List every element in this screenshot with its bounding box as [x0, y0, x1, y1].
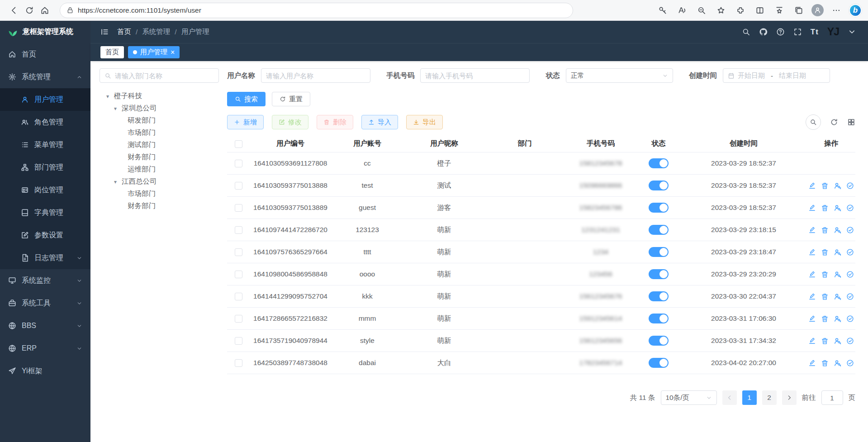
row-checkbox[interactable]: [235, 248, 242, 256]
status-toggle[interactable]: [649, 181, 669, 190]
status-toggle[interactable]: [649, 225, 669, 235]
close-tab-icon[interactable]: ×: [171, 49, 175, 56]
column-settings-icon[interactable]: [847, 118, 855, 126]
delete-row-icon[interactable]: [821, 315, 829, 323]
edit-row-icon[interactable]: [808, 271, 816, 278]
sidebar-item-param[interactable]: 参数设置: [0, 224, 90, 247]
sidebar-item-menu[interactable]: 菜单管理: [0, 133, 90, 156]
password-key-icon[interactable]: [656, 3, 669, 18]
tree-node[interactable]: 研发部门: [100, 114, 219, 127]
address-bar[interactable]: https://ccnetcore.com:1101/system/user: [60, 3, 573, 18]
goto-page-input[interactable]: [821, 390, 843, 405]
assign-role-icon[interactable]: [846, 315, 854, 323]
sidebar-item-post[interactable]: 岗位管理: [0, 179, 90, 201]
row-checkbox[interactable]: [235, 160, 242, 167]
reset-password-icon[interactable]: [834, 315, 841, 323]
assign-role-icon[interactable]: [846, 359, 854, 367]
reset-password-icon[interactable]: [834, 226, 841, 234]
tree-expand-icon[interactable]: ▾: [112, 179, 119, 185]
extensions-puzzle-icon[interactable]: [734, 3, 747, 18]
username-field[interactable]: [261, 68, 370, 83]
app-logo[interactable]: 意框架管理系统: [0, 21, 90, 43]
tree-node[interactable]: 财务部门: [100, 200, 219, 212]
browser-home-icon[interactable]: [37, 3, 52, 18]
delete-row-icon[interactable]: [821, 293, 829, 300]
collections-icon[interactable]: [792, 3, 806, 18]
sidebar-item-monitor[interactable]: 系统监控: [0, 269, 90, 292]
date-range-picker[interactable]: 开始日期 - 结束日期: [723, 68, 830, 83]
phone-input[interactable]: [425, 72, 525, 80]
delete-row-icon[interactable]: [821, 226, 829, 234]
reset-button[interactable]: 重置: [272, 92, 310, 106]
tree-node[interactable]: ▾江西总公司: [100, 176, 219, 188]
phone-field[interactable]: [420, 68, 530, 83]
favorites-bar-icon[interactable]: [773, 3, 786, 18]
reset-password-icon[interactable]: [834, 248, 841, 256]
fullscreen-icon[interactable]: [793, 28, 802, 36]
status-toggle[interactable]: [649, 158, 669, 168]
edit-row-icon[interactable]: [808, 337, 816, 345]
edit-row-icon[interactable]: [808, 204, 816, 212]
prev-page-button[interactable]: [722, 390, 737, 405]
sidebar-item-yi[interactable]: Yi框架: [0, 360, 90, 382]
row-checkbox[interactable]: [235, 204, 242, 212]
tab-user-management[interactable]: 用户管理 ×: [128, 46, 180, 58]
delete-row-icon[interactable]: [821, 248, 829, 256]
row-checkbox[interactable]: [235, 271, 242, 278]
read-aloud-icon[interactable]: [675, 3, 689, 18]
tree-node[interactable]: ▾橙子科技: [100, 90, 219, 102]
reset-password-icon[interactable]: [834, 337, 841, 345]
chevron-down-icon[interactable]: [848, 28, 856, 36]
delete-button[interactable]: 删除: [317, 115, 353, 129]
tab-home[interactable]: 首页: [100, 46, 124, 58]
modify-button[interactable]: 修改: [272, 115, 308, 129]
assign-role-icon[interactable]: [846, 182, 854, 190]
dept-search-input[interactable]: [115, 72, 214, 80]
status-toggle[interactable]: [649, 314, 669, 323]
tree-node[interactable]: 市场部门: [100, 127, 219, 139]
reset-password-icon[interactable]: [834, 182, 841, 190]
browser-refresh-icon[interactable]: [22, 3, 37, 18]
user-logo[interactable]: YJ: [827, 26, 839, 38]
row-checkbox[interactable]: [235, 293, 242, 300]
add-button[interactable]: 新增: [227, 115, 264, 129]
collapse-sidebar-icon[interactable]: [100, 28, 109, 36]
delete-row-icon[interactable]: [821, 182, 829, 190]
username-input[interactable]: [266, 72, 365, 80]
edit-row-icon[interactable]: [808, 293, 816, 300]
add-favorite-star-icon[interactable]: [714, 3, 728, 18]
breadcrumb-home[interactable]: 首页: [117, 27, 131, 37]
reset-password-icon[interactable]: [834, 204, 841, 212]
sidebar-item-dept[interactable]: 部门管理: [0, 156, 90, 179]
edit-row-icon[interactable]: [808, 182, 816, 190]
reset-password-icon[interactable]: [834, 293, 841, 300]
row-checkbox[interactable]: [235, 337, 242, 345]
delete-row-icon[interactable]: [821, 204, 829, 212]
tree-node[interactable]: 财务部门: [100, 151, 219, 163]
status-toggle[interactable]: [649, 247, 669, 257]
sidebar-item-role[interactable]: 角色管理: [0, 111, 90, 133]
tree-expand-icon[interactable]: ▾: [104, 93, 111, 100]
zoom-out-icon[interactable]: [695, 3, 708, 18]
status-toggle[interactable]: [649, 358, 669, 368]
edit-row-icon[interactable]: [808, 248, 816, 256]
reset-password-icon[interactable]: [834, 359, 841, 367]
status-toggle[interactable]: [649, 269, 669, 279]
page-button-1[interactable]: 1: [742, 390, 757, 405]
page-size-select[interactable]: 10条/页: [661, 390, 717, 405]
delete-row-icon[interactable]: [821, 337, 829, 345]
tree-node[interactable]: 运维部门: [100, 163, 219, 176]
status-toggle[interactable]: [649, 336, 669, 346]
sidebar-item-system[interactable]: 系统管理: [0, 66, 90, 88]
split-screen-icon[interactable]: [753, 3, 767, 18]
edit-row-icon[interactable]: [808, 359, 816, 367]
next-page-button[interactable]: [782, 390, 797, 405]
browser-back-icon[interactable]: [6, 3, 22, 18]
status-toggle[interactable]: [649, 203, 669, 213]
sidebar-item-bbs[interactable]: BBS: [0, 314, 90, 337]
status-toggle[interactable]: [649, 291, 669, 301]
row-checkbox[interactable]: [235, 359, 242, 367]
sidebar-item-user[interactable]: 用户管理: [0, 88, 90, 111]
sidebar-item-erp[interactable]: ERP: [0, 337, 90, 360]
refresh-table-icon[interactable]: [830, 118, 838, 126]
